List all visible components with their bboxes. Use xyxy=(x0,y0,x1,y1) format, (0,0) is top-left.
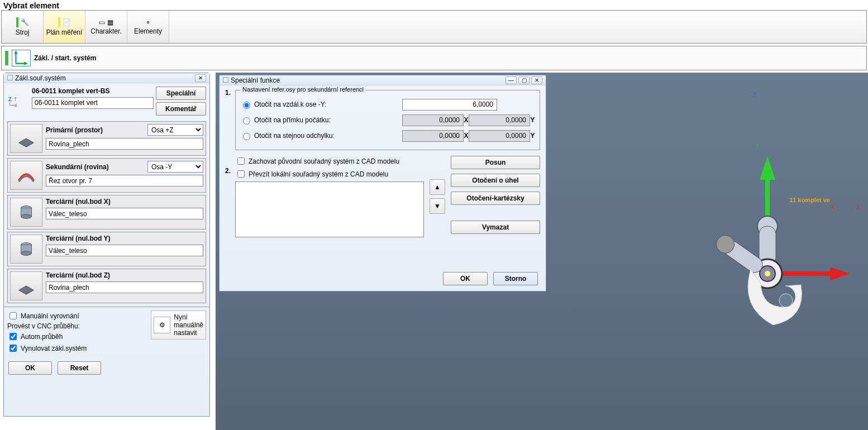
svg-marker-7 xyxy=(830,267,850,280)
toolbar-label: Charakter. xyxy=(90,27,121,35)
radio-rotate-dist[interactable]: Otočit na vzdál.k ose -Y: xyxy=(240,100,385,109)
minimize-icon[interactable]: — xyxy=(505,77,517,84)
close-icon[interactable]: ✕ xyxy=(531,77,542,84)
radio-rotate-same[interactable]: Otočit na stejnou odchylku: xyxy=(240,131,385,140)
axes-indicator-icon: z ↑└─x xyxy=(7,87,30,109)
tert-z-label: Terciární (nul.bod Z) xyxy=(46,271,110,279)
step-1-label: 1. xyxy=(225,89,231,97)
tertiary-z-section: Terciární (nul.bod Z) xyxy=(7,269,206,303)
svg-marker-1 xyxy=(14,50,17,54)
axis-x-label: X xyxy=(464,132,469,140)
toolbar-label: Plán měření xyxy=(46,28,83,36)
cylinder-icon[interactable] xyxy=(10,235,42,264)
maximize-icon[interactable]: ▢ xyxy=(518,77,530,84)
svg-marker-3 xyxy=(24,61,27,65)
wrench-icon: 🔧 xyxy=(21,18,29,26)
reset-button[interactable]: Reset xyxy=(58,361,101,375)
secondary-axis-select[interactable]: Osa -Y xyxy=(147,161,203,173)
coord-name-label: 06-0011 komplet vert-BS xyxy=(32,87,154,95)
special-button[interactable]: Speciální xyxy=(156,87,206,100)
curve-icon[interactable] xyxy=(10,161,42,190)
transform-listbox[interactable] xyxy=(235,181,424,237)
move-down-button[interactable]: ▼ xyxy=(430,198,445,214)
svg-point-15 xyxy=(779,294,793,307)
dialog-titlebar[interactable]: Speciální funkce — ▢ ✕ xyxy=(220,75,546,85)
rotate-same-x[interactable] xyxy=(402,130,464,142)
tertiary-y-section: Terciární (nul.bod Y) xyxy=(7,232,206,266)
svg-point-12 xyxy=(765,271,770,276)
tert-z-value-input[interactable] xyxy=(46,281,203,293)
dialog-ok-button[interactable]: OK xyxy=(443,272,488,285)
main-toolbar: 🔧 Stroj 📄 Plán měření ▭▦ Charakter. ⚬ El… xyxy=(1,10,867,44)
primary-value-input[interactable] xyxy=(46,138,203,150)
axis-y-label: Y xyxy=(530,132,535,140)
tolerance-icon: ▭ xyxy=(99,18,105,26)
tertiary-x-section: Terciární (nul.bod X) xyxy=(7,195,206,230)
status-bar: Zákl. / start. systém xyxy=(1,46,867,70)
axis-x-label: X xyxy=(464,116,469,124)
svg-point-22 xyxy=(21,251,32,256)
toolbar-elementy[interactable]: ⚬ Elementy xyxy=(127,11,169,43)
manual-align-checkbox[interactable]: Manuální vyrovnání xyxy=(7,310,87,321)
manual-set-icon: ⚙ xyxy=(154,317,170,333)
svg-marker-5 xyxy=(760,156,775,180)
coordinate-system-icon[interactable] xyxy=(12,50,31,66)
rotate-line-x[interactable] xyxy=(402,114,464,126)
plane-icon[interactable] xyxy=(10,271,42,300)
toolbar-label: Elementy xyxy=(134,27,162,35)
comment-button[interactable]: Komentář xyxy=(156,102,206,116)
axis-x-label: X xyxy=(831,204,834,211)
toolbar-label: Stroj xyxy=(16,28,30,36)
panel-title-text: Zákl.souř.systém xyxy=(15,74,66,82)
tert-x-value-input[interactable] xyxy=(46,208,203,219)
axes-3d-icon xyxy=(684,140,851,352)
special-functions-dialog: Speciální funkce — ▢ ✕ 1. Nastavení refe… xyxy=(219,75,546,292)
secondary-value-input[interactable] xyxy=(46,175,203,187)
axis-x-label-outer: X xyxy=(856,204,860,211)
tert-y-value-input[interactable] xyxy=(46,245,203,256)
dialog-icon xyxy=(223,77,228,83)
plane-icon[interactable] xyxy=(10,124,42,153)
cylinder-icon[interactable] xyxy=(10,198,42,227)
move-up-button[interactable]: ▲ xyxy=(430,179,445,195)
primary-label: Primární (prostor) xyxy=(46,126,103,134)
status-label: Zákl. / start. systém xyxy=(34,54,96,62)
status-indicator-icon xyxy=(5,51,8,65)
primary-axis-select[interactable]: Osa +Z xyxy=(147,124,203,136)
set-now-button[interactable]: ⚙ Nyní manuálně nastavit xyxy=(151,310,206,340)
coord-name-input[interactable] xyxy=(32,97,154,109)
primary-section: Primární (prostor) Osa +Z xyxy=(7,121,206,156)
plan-icon xyxy=(58,17,60,27)
options-area: Manuální vyrovnání Provést v CNC průběhu… xyxy=(4,307,209,357)
axis-z-label: Z xyxy=(752,92,756,98)
autom-checkbox[interactable]: Autom.průběh xyxy=(7,331,87,342)
svg-marker-16 xyxy=(19,138,34,147)
group1-legend: Nastavení refer.osy pro sekundární refer… xyxy=(240,86,366,93)
rotate-dist-value[interactable] xyxy=(402,99,497,111)
secondary-section: Sekundární (rovina) Osa -Y xyxy=(7,158,206,193)
svg-marker-23 xyxy=(19,286,34,294)
document-icon: 📄 xyxy=(63,18,71,26)
take-local-checkbox[interactable]: Převzít lokální souřadný systém z CAD mo… xyxy=(235,169,424,179)
vymazat-button[interactable]: Vymazat xyxy=(451,221,540,234)
tert-x-label: Terciární (nul.bod X) xyxy=(46,198,111,206)
radio-rotate-line[interactable]: Otočit na přímku počátku: xyxy=(240,116,385,125)
secondary-label: Sekundární (rovina) xyxy=(46,163,109,171)
toolbar-plan-mereni[interactable]: 📄 Plán měření xyxy=(44,11,85,43)
axis-y-label: Y xyxy=(755,142,759,149)
rotate-line-y[interactable] xyxy=(469,114,530,126)
close-icon[interactable]: ✕ xyxy=(195,74,206,82)
posun-button[interactable]: Posun xyxy=(451,156,540,169)
otoceni-uhel-button[interactable]: Otočení o úhel xyxy=(451,174,540,187)
ok-button[interactable]: OK xyxy=(8,361,52,375)
vynulovat-checkbox[interactable]: Vynulovat zákl.systém xyxy=(7,343,87,353)
otoceni-kartezsky-button[interactable]: Otočení-kartézsky xyxy=(451,192,540,205)
step-2-label: 2. xyxy=(225,167,231,175)
toolbar-stroj[interactable]: 🔧 Stroj xyxy=(2,11,44,43)
keep-cad-checkbox[interactable]: Zachovat původní souřadný systém z CAD m… xyxy=(235,156,424,166)
panel-icon xyxy=(7,75,13,80)
rotate-same-y[interactable] xyxy=(469,130,530,142)
toolbar-charakter[interactable]: ▭▦ Charakter. xyxy=(85,11,127,43)
dialog-storno-button[interactable]: Storno xyxy=(493,272,538,285)
tert-y-label: Terciární (nul.bod Y) xyxy=(46,235,111,242)
